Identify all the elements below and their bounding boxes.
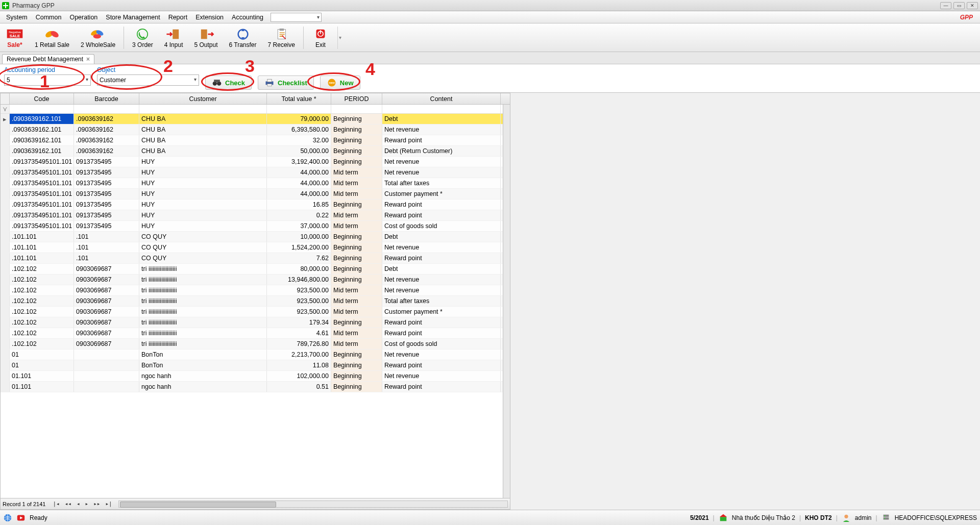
table-row[interactable]: .102.1020903069687tri iiiiiiiiiiiiiiiiii… xyxy=(1,285,510,296)
menu-operation[interactable]: Operation xyxy=(65,13,102,22)
table-row[interactable]: .0903639162.101.0903639162CHU BA50,000.0… xyxy=(1,146,510,157)
table-row[interactable]: .102.1020903069687tri iiiiiiiiiiiiiiiiii… xyxy=(1,328,510,339)
vertical-scrollbar[interactable] xyxy=(503,105,510,498)
minimize-button[interactable]: — xyxy=(940,2,951,9)
grid-rows[interactable]: ▸.0903639162.101.0903639162CHU BA79,000.… xyxy=(1,114,510,498)
horizontal-scrollbar[interactable] xyxy=(118,501,508,508)
table-row[interactable]: 01.101ngoc hanh102,000.00BeginningNet re… xyxy=(1,371,510,382)
table-row[interactable]: .0913735495101.1010913735495HUY16.85Begi… xyxy=(1,199,510,210)
col-customer[interactable]: Customer xyxy=(139,93,267,104)
grid-filter-row[interactable]: ⋎ xyxy=(1,105,510,114)
object-group: Object xyxy=(97,66,199,86)
row-indicator xyxy=(1,339,10,349)
table-row[interactable]: 01BonTon2,213,700.00BeginningNet revenue xyxy=(1,349,510,360)
menu-report[interactable]: Report xyxy=(164,13,192,22)
svg-rect-19 xyxy=(214,80,220,82)
table-row[interactable]: .0903639162.101.0903639162CHU BA32.00Beg… xyxy=(1,135,510,146)
svg-rect-29 xyxy=(883,514,889,517)
wholesale-button[interactable]: 2 WholeSale xyxy=(78,26,118,49)
table-row[interactable]: .102.1020903069687tri iiiiiiiiiiiiiiiiii… xyxy=(1,317,510,328)
cell-total: 0.22 xyxy=(267,210,331,220)
cell-customer: tri iiiiiiiiiiiiiiiiiiii xyxy=(139,307,267,317)
cell-barcode: 0913735495 xyxy=(74,221,139,231)
input-button[interactable]: 4 Input xyxy=(161,26,186,49)
output-button[interactable]: 5 Output xyxy=(191,26,220,49)
accounting-period-label: Accounting period xyxy=(4,66,91,73)
table-row[interactable]: .0903639162.101.0903639162CHU BA6,393,58… xyxy=(1,124,510,135)
receive-button[interactable]: 7 Receive xyxy=(265,26,298,49)
cell-barcode: 0903069687 xyxy=(74,296,139,306)
menu-system[interactable]: System xyxy=(2,13,32,22)
svg-rect-13 xyxy=(280,28,284,30)
col-content[interactable]: Content xyxy=(382,93,501,104)
tab-close-icon[interactable]: × xyxy=(86,56,90,63)
table-row[interactable]: 01BonTon11.08BeginningReward point xyxy=(1,360,510,371)
close-button[interactable]: ✕ xyxy=(967,2,978,9)
row-indicator xyxy=(1,349,10,360)
table-row[interactable]: .0913735495101.1010913735495HUY37,000.00… xyxy=(1,221,510,232)
transfer-button[interactable]: 6 Transfer xyxy=(226,26,260,49)
retail-sale-button[interactable]: 1 Retail Sale xyxy=(32,26,72,49)
table-row[interactable]: .102.1020903069687tri iiiiiiiiiiiiiiiiii… xyxy=(1,339,510,349)
cell-period: Beginning xyxy=(331,371,382,381)
cell-barcode: 0903069687 xyxy=(74,339,139,349)
table-row[interactable]: .0913735495101.1010913735495HUY0.22Mid t… xyxy=(1,210,510,221)
table-row[interactable]: .102.1020903069687tri iiiiiiiiiiiiiiiiii… xyxy=(1,274,510,285)
table-row[interactable]: .102.1020903069687tri iiiiiiiiiiiiiiiiii… xyxy=(1,307,510,317)
nav-first[interactable]: |◂ xyxy=(51,501,61,507)
col-barcode[interactable]: Barcode xyxy=(74,93,139,104)
table-row[interactable]: 01.101ngoc hanh0.51BeginningReward point xyxy=(1,382,510,392)
table-row[interactable]: .0913735495101.1010913735495HUY44,000.00… xyxy=(1,189,510,199)
nav-prev[interactable]: ◂ xyxy=(75,501,82,507)
table-row[interactable]: .0913735495101.1010913735495HUY44,000.00… xyxy=(1,167,510,178)
nav-next-page[interactable]: ▸▸ xyxy=(91,501,102,507)
status-warehouse[interactable]: KHO DT2 xyxy=(805,514,832,521)
order-button[interactable]: 3 Order xyxy=(129,26,156,49)
table-row[interactable]: .101.101.101CO QUY1,524,200.00BeginningN… xyxy=(1,242,510,253)
nav-prev-page[interactable]: ◂◂ xyxy=(63,501,74,507)
globe-icon[interactable] xyxy=(3,513,12,522)
table-row[interactable]: .102.1020903069687tri iiiiiiiiiiiiiiiiii… xyxy=(1,264,510,274)
menu-extension[interactable]: Extension xyxy=(191,13,228,22)
exit-button[interactable]: Exit xyxy=(309,26,332,49)
nav-last[interactable]: ▸| xyxy=(103,501,114,507)
menu-combo[interactable] xyxy=(271,13,322,22)
cell-total: 179.34 xyxy=(267,317,331,328)
new-button[interactable]: new New xyxy=(320,76,360,90)
cell-period: Beginning xyxy=(331,264,382,274)
cell-period: Beginning xyxy=(331,232,382,242)
table-row[interactable]: .0913735495101.1010913735495HUY3,192,400… xyxy=(1,157,510,167)
cell-total: 2,213,700.00 xyxy=(267,349,331,360)
table-row[interactable]: .101.101.101CO QUY7.62BeginningReward po… xyxy=(1,253,510,264)
menu-common[interactable]: Common xyxy=(32,13,66,22)
cell-barcode: 0913735495 xyxy=(74,189,139,199)
check-button[interactable]: Check xyxy=(205,76,252,90)
table-row[interactable]: .102.1020903069687tri iiiiiiiiiiiiiiiiii… xyxy=(1,296,510,307)
menu-accounting[interactable]: Accounting xyxy=(228,13,267,22)
cell-barcode: 0913735495 xyxy=(74,157,139,167)
table-row[interactable]: ▸.0903639162.101.0903639162CHU BA79,000.… xyxy=(1,114,510,124)
checklist-button[interactable]: Checklist xyxy=(258,76,314,90)
accounting-period-input[interactable] xyxy=(4,74,91,86)
cell-barcode xyxy=(74,349,139,360)
table-row[interactable]: .101.101.101CO QUY10,000.00BeginningDebt xyxy=(1,232,510,242)
toolbar-overflow[interactable]: ▾ xyxy=(337,27,342,49)
tab-revenue-debt[interactable]: Revenue Debt Management × xyxy=(2,54,94,64)
maximize-button[interactable]: ▭ xyxy=(953,2,965,9)
status-user: admin xyxy=(855,514,872,521)
row-indicator xyxy=(1,242,10,253)
col-period[interactable]: PERIOD xyxy=(331,93,382,104)
cell-customer: HUY xyxy=(139,189,267,199)
object-input[interactable] xyxy=(97,74,199,86)
cell-customer: ngoc hanh xyxy=(139,371,267,381)
cell-customer: CO QUY xyxy=(139,242,267,253)
col-code[interactable]: Code xyxy=(10,93,74,104)
cell-content: Reward point xyxy=(382,317,501,328)
row-indicator: ▸ xyxy=(1,114,10,124)
sale-button[interactable]: NegativeSALE Sale* xyxy=(3,26,27,49)
youtube-icon[interactable] xyxy=(16,513,26,522)
col-total[interactable]: Total value * xyxy=(267,93,331,104)
nav-next[interactable]: ▸ xyxy=(83,501,91,507)
menu-store-management[interactable]: Store Management xyxy=(102,13,164,22)
table-row[interactable]: .0913735495101.1010913735495HUY44,000.00… xyxy=(1,178,510,189)
